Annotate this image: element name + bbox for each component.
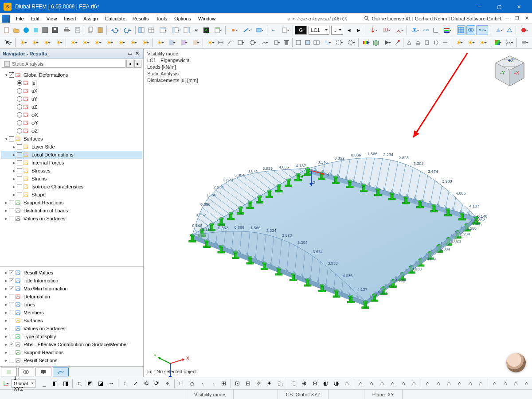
nf1-tool[interactable]: ✶ xyxy=(17,38,28,47)
maximize-button[interactable]: ▢ xyxy=(489,0,509,13)
menu-options[interactable]: Options xyxy=(171,15,195,23)
bottom-tool-16[interactable]: ⊞ xyxy=(219,379,229,388)
bottom-tool-13[interactable]: ◇ xyxy=(187,379,197,388)
solid2-tool[interactable] xyxy=(178,38,189,47)
analysis-next-button[interactable]: ► xyxy=(134,60,141,68)
menu-file[interactable]: File xyxy=(12,15,27,23)
model-button[interactable] xyxy=(31,25,40,35)
solid1-tool[interactable] xyxy=(166,38,177,47)
bottom-tool-2[interactable]: ◨ xyxy=(61,379,70,388)
display-option-item[interactable]: ▸Type of display xyxy=(1,332,142,340)
display-option-item[interactable]: ▸Support Reactions xyxy=(1,348,142,356)
menu-window[interactable]: Window xyxy=(195,15,219,23)
bottom-tool-24[interactable]: ⊖ xyxy=(310,379,320,388)
result-val-toggle[interactable]: x.xx xyxy=(476,25,488,35)
tab-results[interactable] xyxy=(53,368,69,376)
nf6-tool[interactable]: ✶ xyxy=(80,38,91,47)
lc-sub-combo[interactable]: .. xyxy=(331,26,343,35)
tree-item[interactable]: ▸Isotropic Characteristics xyxy=(1,183,142,191)
display-option-item[interactable]: ▸Max/Min Information xyxy=(1,285,142,293)
bottom-tool-37[interactable]: ⌂ xyxy=(455,379,465,388)
tree-item[interactable]: ▸Shape xyxy=(1,191,142,199)
new-button[interactable] xyxy=(2,25,11,35)
bottom-tool-35[interactable]: ⌂ xyxy=(434,379,443,388)
close-button[interactable]: ✕ xyxy=(509,0,528,13)
tab-views[interactable] xyxy=(35,368,51,376)
cs-combo[interactable]: 1 - Global XYZ xyxy=(12,379,35,388)
minimize-button[interactable]: ─ xyxy=(470,0,489,13)
nf9-tool[interactable]: ✶ xyxy=(115,38,126,47)
load-node-tool[interactable] xyxy=(367,25,379,35)
tree-item[interactable]: ▸Distribution of Loads xyxy=(1,207,142,215)
panel-close-button[interactable]: ✕ xyxy=(133,50,141,57)
view3-button[interactable] xyxy=(313,38,321,47)
view5-button[interactable] xyxy=(333,38,344,47)
analysis-type-combo[interactable]: Static Analysis xyxy=(2,60,125,68)
nf13-tool[interactable]: ✶ xyxy=(205,38,216,47)
nf8-tool[interactable]: ✶ xyxy=(104,38,115,47)
restore-doc-button[interactable]: ─ xyxy=(504,16,511,22)
nf7-tool[interactable]: ✶ xyxy=(92,38,103,47)
bottom-tool-8[interactable]: ⤢ xyxy=(131,379,141,388)
bottom-tool-12[interactable]: □ xyxy=(176,379,186,388)
ai-button[interactable]: AI xyxy=(192,25,201,35)
node-tool[interactable] xyxy=(227,25,239,35)
display-option-item[interactable]: ▸Ribs - Effective Contribution on Surfac… xyxy=(1,340,142,348)
menu-logo-icon[interactable] xyxy=(2,15,10,23)
bottom-tool-15[interactable]: · xyxy=(208,379,218,388)
assistant-avatar[interactable] xyxy=(506,353,526,372)
result-eye-button[interactable] xyxy=(409,25,421,35)
nav-data-button[interactable] xyxy=(137,25,146,35)
supp2-button[interactable] xyxy=(414,38,422,47)
grid-show-button[interactable] xyxy=(457,25,466,35)
maximize-doc-button[interactable]: ❐ xyxy=(513,16,520,22)
display-option-item[interactable]: ▸Lines xyxy=(1,301,142,309)
save-as-button[interactable] xyxy=(41,25,50,35)
close-doc-button[interactable]: ✕ xyxy=(523,16,530,22)
bottom-tool-36[interactable]: ⌂ xyxy=(444,379,454,388)
scale-button[interactable] xyxy=(518,25,530,35)
display-option-item[interactable]: ▸Result Values xyxy=(1,269,142,277)
solid3-tool[interactable] xyxy=(190,38,201,47)
bottom-tool-31[interactable]: ⌂ xyxy=(388,379,398,388)
bottom-tool-28[interactable]: ⌂ xyxy=(356,379,366,388)
bottom-tool-23[interactable]: ⊕ xyxy=(300,379,309,388)
bottom-tool-1[interactable]: ◧ xyxy=(50,379,60,388)
animate-button[interactable] xyxy=(381,38,392,47)
bottom-tool-4[interactable]: ◩ xyxy=(85,379,95,388)
tree-item[interactable]: ▸Support Reactions xyxy=(1,199,142,207)
display-option-item[interactable]: ▸Deformation xyxy=(1,293,142,301)
lc-prev-button[interactable]: ← xyxy=(269,25,278,35)
bottom-tool-14[interactable]: · xyxy=(198,379,207,388)
bottom-tool-43[interactable]: ⌂ xyxy=(522,379,532,388)
supp3-button[interactable] xyxy=(423,38,431,47)
nf15-tool[interactable]: ✶ xyxy=(465,38,476,47)
save-button[interactable] xyxy=(51,25,59,35)
display-option-item[interactable]: ▸Values on Surfaces xyxy=(1,325,142,332)
nf11-tool[interactable]: ✶ xyxy=(139,38,150,47)
bottom-tool-26[interactable]: ◑ xyxy=(332,379,341,388)
bottom-tool-17[interactable]: ⊡ xyxy=(233,379,243,388)
nf14-tool[interactable]: ✶ xyxy=(453,38,464,47)
supp1-button[interactable] xyxy=(405,38,413,47)
tree-item[interactable]: uX xyxy=(1,87,142,95)
xxx-button[interactable]: x.xx xyxy=(504,38,515,47)
tree-item[interactable]: ▸Stresses xyxy=(1,167,142,175)
lc-edit-button[interactable] xyxy=(278,25,290,35)
view1-button[interactable] xyxy=(294,38,302,47)
bottom-tool-0[interactable]: ⎯ xyxy=(39,379,49,388)
color-scale-button[interactable] xyxy=(492,38,503,47)
view6-button[interactable] xyxy=(345,38,356,47)
dim2-tool[interactable] xyxy=(226,38,234,47)
bottom-tool-21[interactable]: ⬚ xyxy=(275,379,285,388)
bottom-tool-30[interactable]: ⌂ xyxy=(377,379,387,388)
table-button[interactable] xyxy=(147,25,156,35)
nf10-tool[interactable]: ✶ xyxy=(127,38,138,47)
trash-tool[interactable] xyxy=(282,38,290,47)
analysis-prev-button[interactable]: ◄ xyxy=(126,60,133,68)
surface-tool[interactable] xyxy=(253,25,265,35)
bottom-tool-10[interactable]: ⟳ xyxy=(152,379,162,388)
navigation-cube[interactable]: -X -Y +Z xyxy=(492,53,528,89)
bottom-tool-3[interactable]: ⌗ xyxy=(74,379,84,388)
line-tool[interactable] xyxy=(240,25,252,35)
